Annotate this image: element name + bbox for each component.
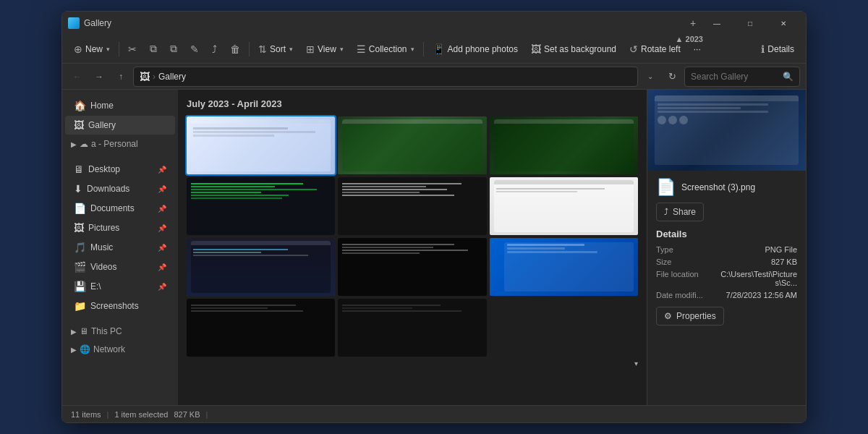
drive-icon: 💾 [74,281,86,292]
rotate-icon: ↺ [629,43,638,55]
sort-button[interactable]: ⇅ Sort [252,41,299,58]
maximize-button[interactable]: □ [733,12,767,35]
size-value: 827 KB [771,258,797,266]
sidebar-item-screenshots[interactable]: 📁 Screenshots [65,297,175,315]
photo-thumb-3[interactable] [490,116,638,174]
preview-body [655,101,799,127]
address-dropdown[interactable]: ⌄ [641,67,660,86]
sidebar-item-cloud[interactable]: ▶ ☁ a - Personal [65,135,175,153]
sidebar-item-downloads[interactable]: ⬇ Downloads 📌 [65,179,175,198]
file-name-row: 📄 Screenshot (3).png [656,178,797,197]
search-icon: 🔍 [783,72,793,82]
pin-icon: 📌 [158,166,166,174]
details-button[interactable]: ℹ Details [755,41,800,58]
sidebar-item-home[interactable]: 🏠 Home [65,96,175,115]
forward-button[interactable]: → [90,67,109,86]
gallery-icon: 🖼 [74,119,84,131]
nav-bar: ← → ↑ 🖼 › Gallery ⌄ ↻ 🔍 [62,64,806,90]
sidebar-item-label: Screenshots [90,301,139,311]
toolbar-sep-2 [249,42,250,56]
copy-button[interactable]: ⧉ [144,40,163,58]
desktop-icon: 🖥 [74,163,84,175]
sidebar-item-music[interactable]: 🎵 Music 📌 [65,238,175,257]
photo-thumb-7[interactable] [187,238,335,296]
pin-icon: 📌 [158,263,166,271]
status-bar: 11 items | 1 item selected 827 KB | [62,405,806,422]
collection-icon: ☰ [357,43,366,55]
share-file-button[interactable]: ⤴ Share [656,203,704,221]
photo-thumb-9[interactable] [490,238,638,296]
scroll-down-indicator: ▾ [187,359,638,367]
share-icon: ⤴ [212,43,217,55]
tab-bar: + [686,16,700,30]
screenshots-icon: 📁 [74,300,86,312]
add-phone-button[interactable]: 📱 Add phone photos [427,41,524,58]
photo-thumb-11[interactable] [338,299,486,357]
status-sep-1: | [107,410,109,419]
home-icon: 🏠 [74,100,86,111]
expand-icon: ▶ [71,328,77,336]
pc-icon: 🖥 [80,326,88,336]
sidebar-item-gallery[interactable]: 🖼 Gallery [65,116,175,135]
close-button[interactable]: ✕ [767,12,800,35]
sidebar-item-label: Videos [90,262,116,272]
cut-button[interactable]: ✂ [122,41,142,58]
pin-icon: 📌 [158,205,166,213]
collection-button[interactable]: ☰ Collection [351,41,420,58]
share-btn-icon: ⤴ [664,207,668,217]
paste-button[interactable]: ⧉ [164,40,183,58]
photo-thumb-4[interactable] [187,177,335,235]
sidebar-item-videos[interactable]: 🎬 Videos 📌 [65,258,175,276]
sidebar-item-thispc[interactable]: ▶ 🖥 This PC [65,323,175,340]
rename-button[interactable]: ✎ [184,41,205,58]
wallpaper-icon: 🖼 [531,43,541,55]
share-button[interactable]: ⤴ [206,41,223,58]
details-section: Details Type PNG File Size 827 KB File l… [656,229,797,299]
section-header: July 2023 - April 2023 ▲ 2023 [187,98,638,109]
sidebar-item-documents[interactable]: 📄 Documents 📌 [65,199,175,218]
new-icon: ⊕ [74,43,82,55]
content-area: July 2023 - April 2023 ▲ 2023 [178,90,647,405]
sidebar-item-label: This PC [91,326,122,336]
toolbar-sep-3 [423,42,424,56]
photo-thumb-8[interactable] [338,238,486,296]
detail-type: Type PNG File [656,245,797,254]
sidebar-item-desktop[interactable]: 🖥 Desktop 📌 [65,160,175,179]
preview-title-bar [655,95,799,101]
sidebar-item-label: Music [90,242,113,252]
phone-icon: 📱 [433,43,445,55]
new-tab-button[interactable]: + [686,16,700,30]
sidebar-item-label: a - Personal [91,139,138,149]
sidebar-item-pictures[interactable]: 🖼 Pictures 📌 [65,218,175,237]
breadcrumb[interactable]: 🖼 › Gallery [133,67,638,87]
set-background-button[interactable]: 🖼 Set as background [525,41,622,58]
photo-thumb-2[interactable] [338,116,486,174]
sidebar-item-network[interactable]: ▶ 🌐 Network [65,341,175,358]
breadcrumb-icon: 🖼 [140,71,150,82]
new-button[interactable]: ⊕ New [68,41,116,58]
minimize-button[interactable]: — [700,12,733,35]
photo-thumb-1[interactable] [187,116,335,174]
expand-icon: ▶ [71,346,77,354]
pin-icon: 📌 [158,185,166,193]
delete-button[interactable]: 🗑 [224,41,246,58]
right-panel: 📄 Screenshot (3).png ⤴ Share Details Typ… [647,90,806,405]
search-input[interactable] [691,72,778,82]
view-button[interactable]: ⊞ View [300,41,349,58]
photo-thumb-10[interactable] [187,299,335,357]
photo-thumb-6[interactable] [490,177,638,235]
back-button[interactable]: ← [68,67,87,86]
up-button[interactable]: ↑ [111,67,130,86]
location-label: File location [656,270,699,287]
sidebar-item-edrive[interactable]: 💾 E:\ 📌 [65,277,175,296]
properties-button[interactable]: ⚙ Properties [656,307,724,326]
delete-icon: 🗑 [230,43,240,55]
detail-date: Date modifi... 7/28/2023 12:56 AM [656,291,797,299]
pin-icon: 📌 [158,283,166,291]
expand-icon: ▶ [71,140,77,148]
toolbar-sep-1 [119,42,119,56]
refresh-button[interactable]: ↻ [663,67,681,86]
sidebar-item-label: E:\ [90,281,101,292]
photo-thumb-5[interactable] [338,177,486,235]
photo-grid [187,116,638,357]
